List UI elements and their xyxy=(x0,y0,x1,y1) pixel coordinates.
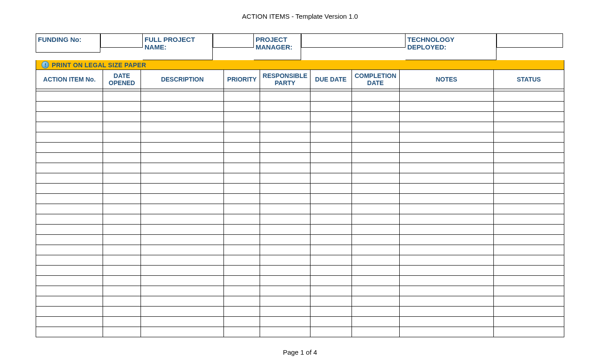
table-cell[interactable] xyxy=(493,286,564,296)
table-cell[interactable] xyxy=(224,112,260,122)
table-cell[interactable] xyxy=(352,163,399,173)
table-cell[interactable] xyxy=(141,276,224,286)
table-cell[interactable] xyxy=(224,173,260,184)
table-cell[interactable] xyxy=(224,122,260,132)
table-cell[interactable] xyxy=(399,122,493,132)
table-cell[interactable] xyxy=(352,255,399,266)
table-cell[interactable] xyxy=(399,194,493,204)
table-cell[interactable] xyxy=(352,122,399,132)
table-cell[interactable] xyxy=(103,266,141,276)
table-row[interactable] xyxy=(36,296,564,307)
table-cell[interactable] xyxy=(399,112,493,122)
table-cell[interactable] xyxy=(224,143,260,153)
table-cell[interactable] xyxy=(310,102,352,112)
table-cell[interactable] xyxy=(352,296,399,307)
table-row[interactable] xyxy=(36,122,564,132)
table-cell[interactable] xyxy=(36,173,103,184)
table-cell[interactable] xyxy=(310,276,352,286)
table-cell[interactable] xyxy=(310,214,352,225)
table-cell[interactable] xyxy=(310,235,352,245)
table-cell[interactable] xyxy=(493,204,564,214)
table-cell[interactable] xyxy=(141,194,224,204)
table-cell[interactable] xyxy=(141,132,224,143)
table-cell[interactable] xyxy=(310,225,352,235)
table-cell[interactable] xyxy=(260,143,310,153)
table-cell[interactable] xyxy=(36,214,103,225)
table-cell[interactable] xyxy=(103,214,141,225)
table-row[interactable] xyxy=(36,266,564,276)
table-cell[interactable] xyxy=(36,163,103,173)
table-cell[interactable] xyxy=(493,255,564,266)
table-cell[interactable] xyxy=(310,184,352,194)
table-cell[interactable] xyxy=(352,204,399,214)
table-cell[interactable] xyxy=(36,266,103,276)
table-cell[interactable] xyxy=(493,112,564,122)
table-row[interactable] xyxy=(36,235,564,245)
table-row[interactable] xyxy=(36,286,564,296)
table-cell[interactable] xyxy=(141,255,224,266)
table-cell[interactable] xyxy=(103,276,141,286)
table-cell[interactable] xyxy=(493,225,564,235)
table-cell[interactable] xyxy=(310,266,352,276)
table-cell[interactable] xyxy=(141,245,224,255)
table-row[interactable] xyxy=(36,112,564,122)
table-cell[interactable] xyxy=(224,91,260,102)
table-cell[interactable] xyxy=(103,184,141,194)
funding-no-value[interactable] xyxy=(100,33,143,48)
table-cell[interactable] xyxy=(310,204,352,214)
table-cell[interactable] xyxy=(260,184,310,194)
table-row[interactable] xyxy=(36,327,564,337)
table-cell[interactable] xyxy=(493,153,564,163)
table-cell[interactable] xyxy=(103,163,141,173)
table-cell[interactable] xyxy=(141,163,224,173)
table-cell[interactable] xyxy=(352,184,399,194)
table-cell[interactable] xyxy=(310,122,352,132)
table-cell[interactable] xyxy=(224,153,260,163)
table-cell[interactable] xyxy=(141,91,224,102)
table-cell[interactable] xyxy=(493,132,564,143)
table-cell[interactable] xyxy=(352,225,399,235)
table-cell[interactable] xyxy=(310,327,352,337)
table-cell[interactable] xyxy=(310,143,352,153)
table-cell[interactable] xyxy=(103,255,141,266)
table-cell[interactable] xyxy=(493,327,564,337)
table-cell[interactable] xyxy=(493,276,564,286)
table-cell[interactable] xyxy=(260,204,310,214)
table-cell[interactable] xyxy=(103,286,141,296)
table-cell[interactable] xyxy=(36,276,103,286)
table-cell[interactable] xyxy=(260,307,310,317)
table-cell[interactable] xyxy=(260,173,310,184)
table-cell[interactable] xyxy=(260,286,310,296)
table-row[interactable] xyxy=(36,245,564,255)
table-cell[interactable] xyxy=(352,194,399,204)
table-row[interactable] xyxy=(36,194,564,204)
table-cell[interactable] xyxy=(352,286,399,296)
table-cell[interactable] xyxy=(399,266,493,276)
table-cell[interactable] xyxy=(103,235,141,245)
table-cell[interactable] xyxy=(399,153,493,163)
table-row[interactable] xyxy=(36,204,564,214)
table-cell[interactable] xyxy=(399,173,493,184)
table-cell[interactable] xyxy=(224,163,260,173)
table-cell[interactable] xyxy=(224,255,260,266)
table-cell[interactable] xyxy=(141,173,224,184)
table-row[interactable] xyxy=(36,184,564,194)
table-cell[interactable] xyxy=(260,163,310,173)
table-cell[interactable] xyxy=(493,317,564,327)
table-cell[interactable] xyxy=(399,276,493,286)
table-cell[interactable] xyxy=(399,317,493,327)
table-cell[interactable] xyxy=(260,91,310,102)
table-cell[interactable] xyxy=(310,317,352,327)
table-row[interactable] xyxy=(36,317,564,327)
table-row[interactable] xyxy=(36,307,564,317)
table-cell[interactable] xyxy=(224,132,260,143)
table-cell[interactable] xyxy=(36,286,103,296)
table-cell[interactable] xyxy=(224,102,260,112)
table-cell[interactable] xyxy=(493,194,564,204)
table-cell[interactable] xyxy=(493,214,564,225)
table-cell[interactable] xyxy=(103,194,141,204)
table-cell[interactable] xyxy=(310,245,352,255)
table-cell[interactable] xyxy=(352,266,399,276)
table-cell[interactable] xyxy=(36,327,103,337)
table-cell[interactable] xyxy=(224,245,260,255)
